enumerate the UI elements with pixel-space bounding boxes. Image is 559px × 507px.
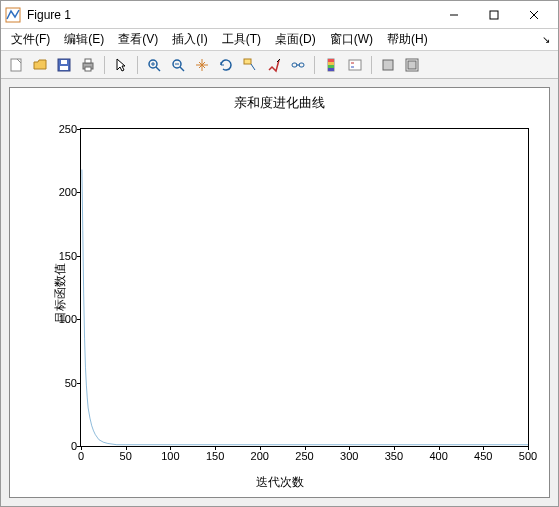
menu-edit[interactable]: 编辑(E) xyxy=(58,29,110,50)
svg-rect-25 xyxy=(328,59,334,62)
print-button[interactable] xyxy=(77,54,99,76)
toolbar-separator xyxy=(371,56,372,74)
svg-rect-32 xyxy=(383,60,393,70)
new-figure-button[interactable] xyxy=(5,54,27,76)
x-tick-mark xyxy=(483,446,484,450)
window-buttons xyxy=(434,2,554,28)
toolbar xyxy=(1,51,558,79)
plot-area: 亲和度进化曲线 目标函数值 迭代次数 050100150200250050100… xyxy=(1,79,558,506)
svg-rect-11 xyxy=(85,67,91,71)
menu-file[interactable]: 文件(F) xyxy=(5,29,56,50)
x-tick-mark xyxy=(260,446,261,450)
pan-button[interactable] xyxy=(191,54,213,76)
svg-rect-26 xyxy=(328,62,334,65)
menu-view[interactable]: 查看(V) xyxy=(112,29,164,50)
dock-button[interactable] xyxy=(401,54,423,76)
svg-rect-27 xyxy=(328,65,334,68)
svg-rect-29 xyxy=(349,60,361,70)
svg-line-20 xyxy=(251,64,255,70)
close-button[interactable] xyxy=(514,2,554,28)
svg-rect-2 xyxy=(490,11,498,19)
menu-chevron-icon[interactable]: ↘ xyxy=(538,34,554,45)
svg-rect-28 xyxy=(328,68,334,71)
zoom-in-button[interactable] xyxy=(143,54,165,76)
svg-line-17 xyxy=(180,67,184,71)
link-button[interactable] xyxy=(287,54,309,76)
x-tick-mark xyxy=(439,446,440,450)
toolbar-separator xyxy=(104,56,105,74)
x-axis-label: 迭代次数 xyxy=(256,474,304,491)
x-tick-mark xyxy=(305,446,306,450)
y-tick-mark xyxy=(77,192,81,193)
legend-button[interactable] xyxy=(344,54,366,76)
menu-tools[interactable]: 工具(T) xyxy=(216,29,267,50)
axes[interactable]: 0501001502002500501001502002503003504004… xyxy=(80,128,529,447)
svg-line-13 xyxy=(156,67,160,71)
menu-desktop[interactable]: 桌面(D) xyxy=(269,29,322,50)
toolbar-separator xyxy=(137,56,138,74)
open-button[interactable] xyxy=(29,54,51,76)
app-icon xyxy=(5,7,21,23)
save-button[interactable] xyxy=(53,54,75,76)
minimize-button[interactable] xyxy=(434,2,474,28)
x-tick-mark xyxy=(215,446,216,450)
data-cursor-button[interactable] xyxy=(239,54,261,76)
x-tick-mark xyxy=(81,446,82,450)
pointer-button[interactable] xyxy=(110,54,132,76)
toolbar-separator xyxy=(314,56,315,74)
x-tick-mark xyxy=(349,446,350,450)
figure-window: Figure 1 文件(F) 编辑(E) 查看(V) 插入(I) 工具(T) 桌… xyxy=(0,0,559,507)
zoom-out-button[interactable] xyxy=(167,54,189,76)
chart-title: 亲和度进化曲线 xyxy=(10,88,549,112)
menu-insert[interactable]: 插入(I) xyxy=(166,29,213,50)
hide-tools-button[interactable] xyxy=(377,54,399,76)
svg-rect-8 xyxy=(60,66,68,70)
x-tick-mark xyxy=(170,446,171,450)
svg-rect-34 xyxy=(408,61,416,69)
svg-rect-19 xyxy=(244,59,251,64)
y-tick-mark xyxy=(77,319,81,320)
brush-button[interactable] xyxy=(263,54,285,76)
line-plot xyxy=(81,129,528,446)
y-tick-mark xyxy=(77,383,81,384)
plot-panel: 亲和度进化曲线 目标函数值 迭代次数 050100150200250050100… xyxy=(9,87,550,498)
window-title: Figure 1 xyxy=(27,8,434,22)
y-tick-mark xyxy=(77,129,81,130)
rotate-button[interactable] xyxy=(215,54,237,76)
colorbar-button[interactable] xyxy=(320,54,342,76)
menubar: 文件(F) 编辑(E) 查看(V) 插入(I) 工具(T) 桌面(D) 窗口(W… xyxy=(1,29,558,51)
svg-rect-10 xyxy=(85,59,91,63)
svg-rect-7 xyxy=(61,60,67,64)
x-tick-mark xyxy=(126,446,127,450)
x-tick-mark xyxy=(528,446,529,450)
y-tick-mark xyxy=(77,256,81,257)
menu-window[interactable]: 窗口(W) xyxy=(324,29,379,50)
x-tick-mark xyxy=(394,446,395,450)
titlebar: Figure 1 xyxy=(1,1,558,29)
maximize-button[interactable] xyxy=(474,2,514,28)
menu-help[interactable]: 帮助(H) xyxy=(381,29,434,50)
